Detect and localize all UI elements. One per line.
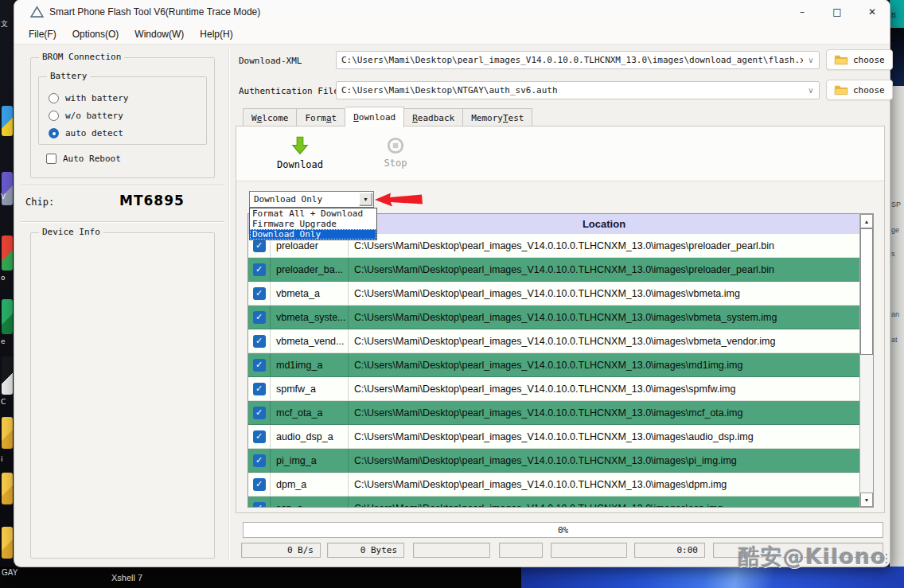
scene-combobox[interactable]: Download Only ▼ — [249, 191, 374, 208]
scroll-down-icon[interactable]: ▼ — [860, 493, 873, 507]
app-logo-triangle-icon — [30, 6, 44, 18]
row-checkbox-cell: ✓ — [248, 425, 271, 448]
chevron-down-icon[interactable]: ∨ — [803, 86, 819, 95]
stop-button[interactable]: Stop — [356, 128, 435, 177]
folder-icon[interactable] — [2, 473, 13, 504]
auto-reboot-checkbox[interactable] — [46, 154, 56, 164]
dropdown-option[interactable]: Download Only — [250, 229, 376, 239]
row-name-cell: audio_dsp_a — [271, 425, 349, 448]
xshell-icon[interactable] — [2, 106, 13, 136]
battery-option-w-o-battery[interactable]: w/o battery — [49, 111, 123, 121]
menu-item-help[interactable]: Help(H) — [192, 26, 240, 42]
row-checkbox[interactable]: ✓ — [253, 502, 266, 508]
row-checkbox-cell: ✓ — [248, 306, 271, 329]
chip-value: MT6895 — [119, 193, 185, 208]
tab-download[interactable]: Download — [345, 107, 404, 127]
row-location-cell: C:\Users\Mami\Desktop\pearl_images_V14.0… — [349, 306, 859, 329]
auth-file-choose-button[interactable]: choose — [826, 80, 893, 100]
download-xml-choose-button[interactable]: choose — [826, 49, 893, 70]
maximize-button[interactable]: □ — [820, 0, 855, 24]
row-checkbox-cell: ✓ — [248, 377, 271, 400]
row-location-cell: C:\Users\Mami\Desktop\pearl_images_V14.0… — [349, 234, 859, 257]
minimize-button[interactable]: – — [785, 0, 820, 24]
folder-icon — [834, 84, 848, 95]
status-cell — [413, 543, 490, 558]
folder-icon[interactable] — [2, 527, 13, 559]
row-checkbox-cell: ✓ — [248, 258, 271, 281]
folder-icon[interactable] — [2, 417, 13, 449]
row-checkbox[interactable]: ✓ — [253, 383, 266, 395]
dropdown-option[interactable]: Firmware Upgrade — [250, 219, 376, 229]
scroll-up-icon[interactable]: ▲ — [860, 214, 873, 228]
table-row: ✓pi_img_aC:\Users\Mami\Desktop\pearl_ima… — [248, 449, 859, 473]
radio-unselected[interactable] — [49, 111, 59, 121]
tabbar: WelcomeFormatDownloadReadbackMemoryTest — [243, 108, 532, 127]
status-cell-0Bytes: 0 Bytes — [327, 543, 404, 558]
table-row: ✓vbmeta_aC:\Users\Mami\Desktop\pearl_ima… — [248, 282, 859, 306]
radio-unselected[interactable] — [49, 93, 59, 103]
vertical-scrollbar[interactable]: ▲ ▼ — [859, 214, 873, 507]
menu-item-options[interactable]: Options(O) — [64, 26, 127, 42]
choose-button-label: choose — [853, 55, 885, 65]
table-body: ✓preloaderC:\Users\Mami\Desktop\pearl_im… — [248, 234, 859, 507]
battery-label: Battery — [47, 71, 90, 81]
tab-format[interactable]: Format — [297, 108, 345, 127]
dropdown-option[interactable]: Format All + Download — [250, 208, 376, 219]
auth-file-combobox[interactable]: C:\Users\Mami\Desktop\NTGAY\auth_sv6.aut… — [336, 81, 820, 99]
auto-reboot-checkbox-row[interactable]: Auto Reboot — [46, 154, 121, 164]
row-name-cell: pi_img_a — [271, 449, 349, 472]
scene-combobox-value: Download Only — [250, 194, 359, 204]
stop-icon — [387, 137, 404, 154]
scrollbar-thumb[interactable] — [860, 228, 873, 355]
tab-welcome[interactable]: Welcome — [243, 108, 297, 127]
location-column-header[interactable]: Location — [349, 214, 859, 234]
table-row: ✓spmfw_aC:\Users\Mami\Desktop\pearl_imag… — [248, 377, 859, 401]
row-name-cell: vbmeta_vend... — [271, 329, 349, 352]
row-checkbox[interactable]: ✓ — [253, 478, 266, 491]
row-checkbox[interactable]: ✓ — [253, 239, 266, 252]
battery-option-auto-detect[interactable]: auto detect — [49, 128, 123, 138]
qq-icon[interactable] — [2, 356, 13, 395]
row-checkbox[interactable]: ✓ — [253, 359, 266, 372]
progress-percent: 0% — [558, 525, 568, 535]
desktop-icon-label-fragment: e — [1, 337, 6, 345]
partition-table: Location ✓preloaderC:\Users\Mami\Desktop… — [247, 213, 874, 508]
status-cell-0Bs: 0 B/s — [241, 543, 321, 558]
tab-readback[interactable]: Readback — [404, 108, 463, 127]
download-button[interactable]: Download — [260, 128, 340, 177]
row-checkbox[interactable]: ✓ — [253, 263, 266, 276]
row-checkbox[interactable]: ✓ — [253, 311, 266, 324]
wechat-icon[interactable] — [2, 299, 13, 334]
choose-button-label: choose — [853, 85, 885, 95]
row-checkbox[interactable]: ✓ — [253, 287, 266, 300]
menu-item-window[interactable]: Window(W) — [127, 26, 192, 42]
row-checkbox[interactable]: ✓ — [253, 454, 266, 467]
table-row: ✓dpm_aC:\Users\Mami\Desktop\pearl_images… — [248, 473, 859, 496]
row-location-cell: C:\Users\Mami\Desktop\pearl_images_V14.0… — [349, 329, 859, 352]
chip-label: Chip: — [25, 197, 54, 208]
row-checkbox[interactable]: ✓ — [253, 335, 266, 348]
row-name-cell: md1img_a — [271, 353, 349, 376]
app-window: Smart Phone Flash Tool V6(Runtime Trace … — [14, 0, 890, 567]
combobox-dropdown-arrow-icon[interactable]: ▼ — [359, 193, 372, 206]
chrome-icon[interactable] — [2, 236, 13, 271]
download-xml-combobox[interactable]: C:\Users\Mami\Desktop\pearl_images_V14.0… — [336, 51, 820, 69]
close-button[interactable]: ✕ — [855, 0, 890, 24]
watermark: 酷安@Kilono — [738, 543, 886, 571]
row-location-cell: C:\Users\Mami\Desktop\pearl_images_V14.0… — [349, 258, 859, 281]
status-cell — [551, 543, 627, 558]
battery-option-with-battery[interactable]: with battery — [49, 93, 128, 103]
tab-memorytest[interactable]: MemoryTest — [463, 108, 532, 127]
row-checkbox[interactable]: ✓ — [253, 430, 266, 443]
menu-item-file[interactable]: File(F) — [21, 26, 64, 42]
row-location-cell: C:\Users\Mami\Desktop\pearl_images_V14.0… — [349, 377, 859, 400]
radio-selected[interactable] — [49, 128, 59, 138]
download-xml-path: C:\Users\Mami\Desktop\pearl_images_V14.0… — [337, 55, 803, 65]
chevron-down-icon[interactable]: ∨ — [803, 56, 819, 64]
background-window-text-fragment: at — [891, 336, 898, 344]
row-checkbox[interactable]: ✓ — [253, 407, 266, 419]
row-checkbox-cell: ✓ — [248, 449, 271, 472]
background-window-text-fragment: ge — [891, 226, 899, 234]
row-checkbox-cell: ✓ — [248, 496, 271, 507]
desktop-icon-label-fragment: o — [1, 274, 6, 282]
